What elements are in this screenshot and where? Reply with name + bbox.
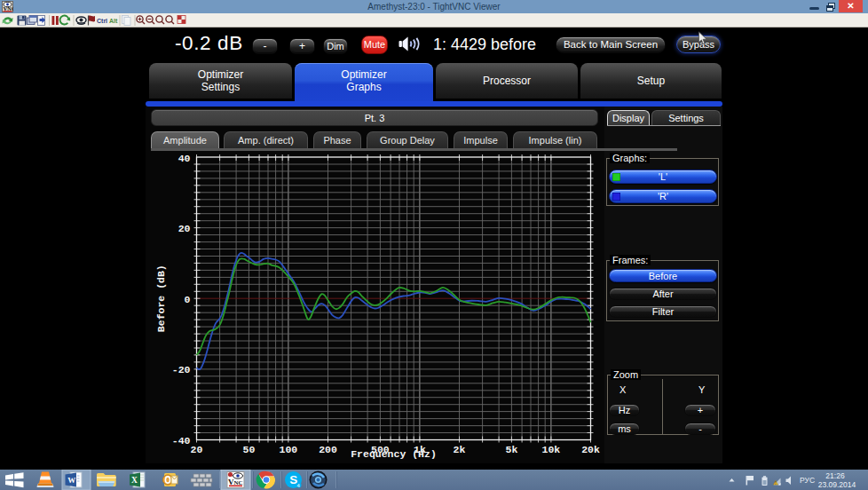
svg-text:-40: -40 (172, 435, 191, 447)
svg-text:VNC: VNC (228, 478, 243, 486)
svg-text:W: W (67, 476, 75, 485)
svg-text:Ctrl: Ctrl (97, 18, 107, 24)
svg-text:20k: 20k (581, 444, 600, 455)
svg-text:20: 20 (178, 223, 191, 234)
svg-text:23.09.2014: 23.09.2014 (818, 480, 856, 489)
svg-text:40: 40 (178, 153, 191, 164)
svg-text:-20: -20 (172, 364, 191, 375)
svg-text:Frequency (Hz): Frequency (Hz) (351, 448, 437, 460)
svg-text:5k: 5k (505, 444, 517, 455)
svg-text:21:26: 21:26 (825, 471, 845, 480)
svg-text:РУС: РУС (800, 476, 815, 485)
svg-text:0: 0 (185, 294, 191, 305)
svg-text:10k: 10k (542, 444, 561, 455)
svg-text:X: X (131, 476, 138, 485)
svg-text:100: 100 (280, 444, 298, 455)
svg-text:Before (dB): Before (dB) (156, 265, 168, 332)
svg-text:Alt: Alt (109, 18, 118, 24)
svg-text:20: 20 (191, 444, 203, 455)
svg-text:50: 50 (242, 444, 255, 455)
svg-text:200: 200 (319, 444, 337, 455)
svg-text:2k: 2k (454, 444, 466, 455)
